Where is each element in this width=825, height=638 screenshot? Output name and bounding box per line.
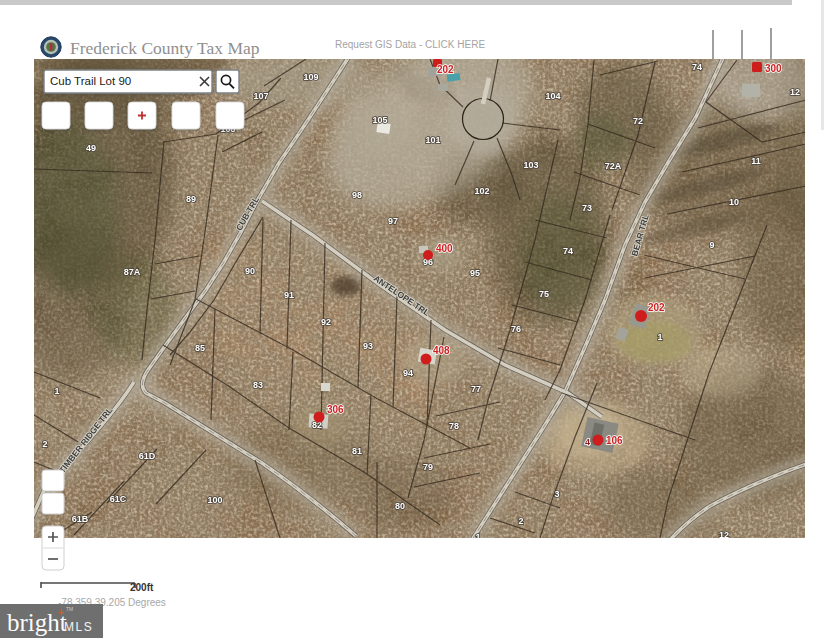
svg-text:300: 300 bbox=[765, 63, 782, 74]
svg-text:1: 1 bbox=[657, 332, 662, 342]
svg-text:200ft: 200ft bbox=[130, 582, 154, 593]
svg-text:83: 83 bbox=[253, 380, 263, 390]
svg-text:92: 92 bbox=[321, 317, 331, 327]
svg-text:11: 11 bbox=[751, 156, 761, 166]
svg-text:80: 80 bbox=[395, 501, 405, 511]
svg-text:75: 75 bbox=[539, 289, 549, 299]
svg-text:72A: 72A bbox=[605, 161, 622, 171]
svg-text:408: 408 bbox=[433, 345, 450, 356]
svg-text:74: 74 bbox=[692, 62, 702, 72]
svg-text:89: 89 bbox=[186, 194, 196, 204]
svg-text:106: 106 bbox=[606, 435, 623, 446]
svg-text:109: 109 bbox=[303, 72, 318, 82]
svg-text:2: 2 bbox=[518, 516, 523, 526]
svg-text:76: 76 bbox=[511, 324, 521, 334]
svg-text:202: 202 bbox=[648, 302, 665, 313]
svg-text:73: 73 bbox=[582, 203, 592, 213]
svg-text:49: 49 bbox=[86, 143, 96, 153]
svg-text:97: 97 bbox=[388, 216, 398, 226]
svg-text:100: 100 bbox=[207, 495, 222, 505]
svg-text:61C: 61C bbox=[110, 494, 127, 504]
svg-text:101: 101 bbox=[425, 135, 440, 145]
svg-text:81: 81 bbox=[352, 446, 362, 456]
svg-text:Cub Trail Lot 90: Cub Trail Lot 90 bbox=[50, 75, 131, 87]
svg-text:72: 72 bbox=[633, 116, 643, 126]
svg-text:94: 94 bbox=[403, 368, 413, 378]
svg-text:MLS: MLS bbox=[64, 620, 93, 634]
svg-text:4: 4 bbox=[585, 437, 590, 447]
svg-text:10: 10 bbox=[729, 197, 739, 207]
svg-text:87A: 87A bbox=[124, 267, 141, 277]
svg-text:1: 1 bbox=[54, 386, 59, 396]
svg-text:98: 98 bbox=[352, 190, 362, 200]
svg-text:107: 107 bbox=[253, 91, 268, 101]
svg-text:400: 400 bbox=[436, 243, 453, 254]
svg-text:202: 202 bbox=[437, 64, 454, 75]
svg-text:3: 3 bbox=[554, 489, 559, 499]
svg-text:90: 90 bbox=[245, 266, 255, 276]
svg-text:12: 12 bbox=[790, 87, 800, 97]
svg-text:306: 306 bbox=[327, 404, 344, 415]
svg-text:74: 74 bbox=[563, 246, 573, 256]
svg-text:Frederick County Tax Map: Frederick County Tax Map bbox=[70, 38, 260, 58]
svg-text:102: 102 bbox=[474, 186, 489, 196]
svg-text:77: 77 bbox=[471, 384, 481, 394]
svg-text:95: 95 bbox=[470, 268, 480, 278]
svg-text:61B: 61B bbox=[72, 514, 89, 524]
svg-text:9: 9 bbox=[709, 240, 714, 250]
svg-text:105: 105 bbox=[372, 115, 387, 125]
svg-text:+: + bbox=[58, 607, 64, 618]
svg-text:Request GIS Data - CLICK HERE: Request GIS Data - CLICK HERE bbox=[335, 39, 485, 50]
svg-text:79: 79 bbox=[423, 462, 433, 472]
svg-text:61D: 61D bbox=[139, 451, 156, 461]
svg-text:1: 1 bbox=[475, 532, 480, 542]
svg-text:93: 93 bbox=[363, 341, 373, 351]
svg-text:85: 85 bbox=[195, 343, 205, 353]
svg-text:2: 2 bbox=[42, 439, 47, 449]
svg-text:104: 104 bbox=[545, 91, 560, 101]
svg-text:12: 12 bbox=[719, 530, 729, 540]
svg-text:78: 78 bbox=[449, 421, 459, 431]
svg-text:103: 103 bbox=[523, 160, 538, 170]
svg-text:TM: TM bbox=[66, 606, 73, 612]
svg-text:91: 91 bbox=[284, 290, 294, 300]
